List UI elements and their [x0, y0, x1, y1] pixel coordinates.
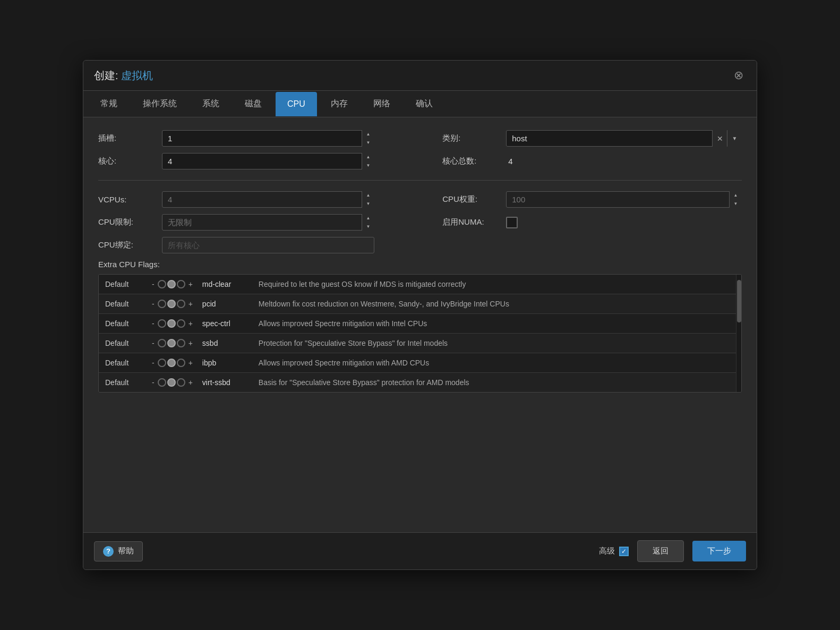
- category-field: 类别: ✕ ▼: [442, 130, 742, 147]
- cores-spin-up[interactable]: ▲: [362, 153, 374, 161]
- cpu-bind-input[interactable]: [162, 237, 374, 253]
- dialog-title: 创建: 虚拟机: [94, 69, 153, 83]
- flag-circle1-ibpb[interactable]: [158, 359, 166, 367]
- flag-toggle-virt-ssbd: - +: [151, 378, 194, 387]
- flag-circle2-ssbd[interactable]: [167, 339, 176, 347]
- flag-row-spec-ctrl: Default - + spec-ctrl Allows improved Sp…: [99, 314, 736, 334]
- flag-plus-pcid[interactable]: +: [187, 300, 194, 308]
- flag-default-md-clear: Default: [105, 280, 142, 288]
- cores-spin-down[interactable]: ▼: [362, 161, 374, 170]
- flag-desc-ssbd: Protection for "Speculative Store Bypass…: [259, 339, 730, 347]
- cpu-weight-spin-down[interactable]: ▼: [730, 200, 742, 208]
- flag-default-virt-ssbd: Default: [105, 378, 142, 387]
- cpu-weight-field: CPU权重: ▲ ▼: [442, 191, 742, 208]
- category-clear-button[interactable]: ✕: [712, 130, 727, 147]
- flags-table-scroll: Default - + md-clear Required to let the…: [99, 275, 736, 392]
- flag-default-pcid: Default: [105, 300, 142, 308]
- slots-input-wrapper: ▲ ▼: [162, 130, 374, 147]
- flag-circles-ibpb: [158, 359, 185, 367]
- cores-totalcores-row: 核心: ▲ ▼ 核心总数: 4: [98, 153, 742, 169]
- tab-system[interactable]: 系统: [191, 91, 231, 117]
- tab-confirm[interactable]: 确认: [404, 91, 444, 117]
- flag-circle3-spec-ctrl[interactable]: [177, 319, 185, 328]
- flag-circle3-pcid[interactable]: [177, 300, 185, 308]
- tab-network[interactable]: 网络: [362, 91, 402, 117]
- cpu-weight-spin-up[interactable]: ▲: [730, 191, 742, 200]
- flag-minus-md-clear[interactable]: -: [151, 280, 156, 288]
- cores-spin-arrows: ▲ ▼: [362, 153, 374, 169]
- flag-name-pcid: pcid: [202, 300, 250, 308]
- cpu-limit-input[interactable]: [162, 214, 374, 231]
- flag-name-spec-ctrl: spec-ctrl: [202, 319, 250, 328]
- category-dropdown-button[interactable]: ▼: [727, 130, 742, 147]
- close-button[interactable]: ⊗: [731, 68, 746, 83]
- vcpus-spin-up[interactable]: ▲: [362, 191, 374, 200]
- cpu-limit-spin-down[interactable]: ▼: [362, 223, 374, 231]
- flag-minus-ssbd[interactable]: -: [151, 339, 156, 347]
- cpu-weight-input[interactable]: [506, 191, 742, 208]
- flag-plus-ibpb[interactable]: +: [187, 359, 194, 367]
- vcpus-input[interactable]: [162, 191, 374, 208]
- numa-checkbox[interactable]: [506, 217, 518, 228]
- tab-general[interactable]: 常规: [89, 91, 129, 117]
- cores-field: 核心: ▲ ▼: [98, 153, 398, 169]
- flag-circle3-virt-ssbd[interactable]: [177, 378, 185, 387]
- vcpus-spin-down[interactable]: ▼: [362, 200, 374, 208]
- tab-disk[interactable]: 磁盘: [233, 91, 273, 117]
- footer-right: 高级 返回 下一步: [599, 540, 746, 562]
- cpu-bind-label: CPU绑定:: [98, 240, 162, 250]
- flag-minus-ibpb[interactable]: -: [151, 359, 156, 367]
- flag-desc-ibpb: Allows improved Spectre mitigation with …: [259, 359, 730, 367]
- vcpus-label: VCPUs:: [98, 195, 162, 204]
- slots-spin-down[interactable]: ▼: [362, 139, 374, 147]
- flag-toggle-ibpb: - +: [151, 359, 194, 367]
- flag-plus-virt-ssbd[interactable]: +: [187, 378, 194, 387]
- flag-plus-spec-ctrl[interactable]: +: [187, 319, 194, 328]
- flag-circle2-pcid[interactable]: [167, 300, 176, 308]
- flag-circle1-spec-ctrl[interactable]: [158, 319, 166, 328]
- category-input-wrapper: ✕ ▼: [506, 130, 742, 147]
- slots-input[interactable]: [162, 130, 374, 147]
- numa-field: 启用NUMA:: [442, 217, 742, 228]
- back-button[interactable]: 返回: [637, 540, 684, 562]
- tab-os[interactable]: 操作系统: [131, 91, 188, 117]
- flag-circle2-virt-ssbd[interactable]: [167, 378, 176, 387]
- flag-circle1-virt-ssbd[interactable]: [158, 378, 166, 387]
- flag-circle3-ssbd[interactable]: [177, 339, 185, 347]
- scrollbar-thumb[interactable]: [737, 280, 741, 322]
- category-controls: ✕ ▼: [712, 130, 742, 147]
- flag-circle3-ibpb[interactable]: [177, 359, 185, 367]
- flag-minus-virt-ssbd[interactable]: -: [151, 378, 156, 387]
- tab-memory[interactable]: 内存: [319, 91, 359, 117]
- flag-circle3-md-clear[interactable]: [177, 280, 185, 288]
- tab-cpu[interactable]: CPU: [276, 92, 317, 116]
- cpu-weight-label: CPU权重:: [442, 194, 506, 205]
- flag-circle1-md-clear[interactable]: [158, 280, 166, 288]
- slots-spin-up[interactable]: ▲: [362, 130, 374, 139]
- footer: ? 帮助 高级 返回 下一步: [83, 532, 757, 569]
- cpu-limit-spin-up[interactable]: ▲: [362, 214, 374, 223]
- flag-name-ssbd: ssbd: [202, 339, 250, 347]
- flag-circle2-spec-ctrl[interactable]: [167, 319, 176, 328]
- title-bar: 创建: 虚拟机 ⊗: [83, 61, 757, 91]
- advanced-checkbox[interactable]: [619, 547, 629, 556]
- flag-circle1-pcid[interactable]: [158, 300, 166, 308]
- flag-default-spec-ctrl: Default: [105, 319, 142, 328]
- scrollbar-track[interactable]: [736, 275, 741, 392]
- flags-container: Default - + md-clear Required to let the…: [99, 275, 736, 392]
- flag-desc-virt-ssbd: Basis for "Speculative Store Bypass" pro…: [259, 378, 730, 387]
- flag-circle1-ssbd[interactable]: [158, 339, 166, 347]
- flag-row-virt-ssbd: Default - + virt-ssbd Basis for "Specula…: [99, 373, 736, 392]
- help-button[interactable]: ? 帮助: [94, 541, 143, 561]
- flag-plus-md-clear[interactable]: +: [187, 280, 194, 288]
- flag-minus-pcid[interactable]: -: [151, 300, 156, 308]
- flag-circle2-md-clear[interactable]: [167, 280, 176, 288]
- flag-minus-spec-ctrl[interactable]: -: [151, 319, 156, 328]
- cores-input[interactable]: [162, 153, 374, 169]
- advanced-cpu-section: VCPUs: ▲ ▼ CPU权重: ▲: [98, 191, 742, 260]
- flag-circle2-ibpb[interactable]: [167, 359, 176, 367]
- advanced-label: 高级: [599, 546, 629, 556]
- flag-plus-ssbd[interactable]: +: [187, 339, 194, 347]
- category-input[interactable]: [506, 130, 742, 147]
- next-button[interactable]: 下一步: [692, 541, 746, 561]
